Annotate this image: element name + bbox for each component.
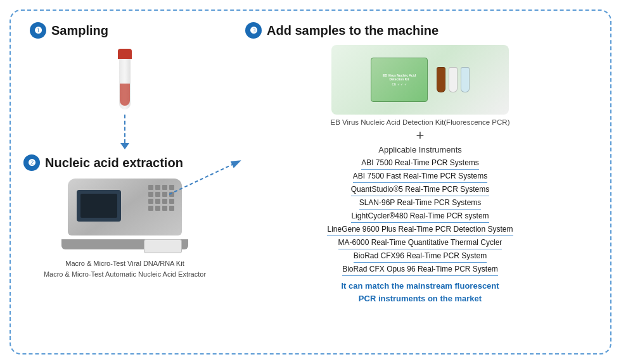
vial-clear — [461, 67, 470, 92]
list-item: BioRad CFX96 Real-Time PCR System — [354, 250, 487, 263]
extractor-screen — [77, 190, 121, 222]
kit-box: EB Virus Nucleic AcidDetection Kit CE ✓ … — [371, 58, 428, 102]
slot — [155, 206, 160, 211]
main-container: ❶ Sampling ❷ Nucleic acid extraction — [10, 9, 611, 355]
slot — [155, 185, 160, 190]
list-item: ABI 7500 Fast Real-Time PCR Systems — [353, 170, 487, 183]
step1-title: Sampling — [51, 23, 108, 38]
vial-brown — [437, 67, 445, 92]
step3-title: Add samples to the machine — [267, 23, 439, 38]
slot — [148, 206, 153, 211]
slot — [162, 206, 167, 211]
left-panel: ❶ Sampling ❷ Nucleic acid extraction — [11, 11, 239, 353]
extractor-card — [144, 239, 182, 253]
kit-image: EB Virus Nucleic AcidDetection Kit CE ✓ … — [331, 45, 509, 115]
slot — [148, 185, 153, 190]
step2-header: ❷ Nucleic acid extraction — [23, 154, 183, 171]
step3-circle: ❸ — [245, 22, 262, 39]
kit-caption: EB Virus Nucleic Acid Detection Kit(Fluo… — [331, 118, 510, 126]
highlight-text: It can match the mainstream fluorescent … — [341, 280, 499, 304]
kit-vials — [437, 67, 470, 92]
instruments-list: ABI 7500 Real-Time PCR Systems ABI 7500 … — [327, 157, 513, 276]
step2-circle: ❷ — [23, 154, 40, 171]
list-item: LineGene 9600 Plus Real-Time PCR Detecti… — [327, 223, 513, 236]
list-item: ABI 7500 Real-Time PCR Systems — [361, 157, 479, 170]
arrow-tip — [120, 143, 129, 149]
step1-circle: ❶ — [30, 22, 46, 39]
extractor-screen-inner — [80, 194, 117, 218]
slot — [155, 192, 160, 197]
dashed-line-vertical — [124, 115, 125, 143]
svg-line-1 — [169, 161, 239, 194]
applicable-label: Applicable Instruments — [378, 145, 462, 154]
list-item: SLAN-96P Real-Time PCR Systems — [359, 197, 482, 210]
diagonal-arrow — [163, 156, 245, 201]
list-item: BioRad CFX Opus 96 Real-Time PCR System — [342, 263, 498, 276]
extractor-caption: Macro & Micro-Test Viral DNA/RNA Kit Mac… — [44, 258, 206, 279]
right-panel: ❸ Add samples to the machine EB Virus Nu… — [239, 11, 610, 353]
vial-white — [449, 67, 458, 92]
tube-illustration — [106, 49, 144, 110]
tube-liquid — [120, 84, 130, 106]
plus-sign: + — [416, 129, 425, 142]
slot — [148, 192, 153, 197]
arrow-down — [120, 115, 129, 149]
step3-header: ❸ Add samples to the machine — [245, 22, 439, 39]
tube-cap — [118, 49, 132, 59]
slot — [169, 206, 174, 211]
slot — [155, 199, 160, 204]
step1-header: ❶ Sampling — [30, 22, 108, 39]
slot — [148, 199, 153, 204]
list-item: MA-6000 Real-Time Quantitative Thermal C… — [338, 237, 503, 249]
list-item: QuantStudio®5 Real-Time PCR Systems — [351, 184, 489, 196]
tube-body — [119, 59, 131, 110]
list-item: LightCycler®480 Real-Time PCR system — [351, 210, 489, 223]
